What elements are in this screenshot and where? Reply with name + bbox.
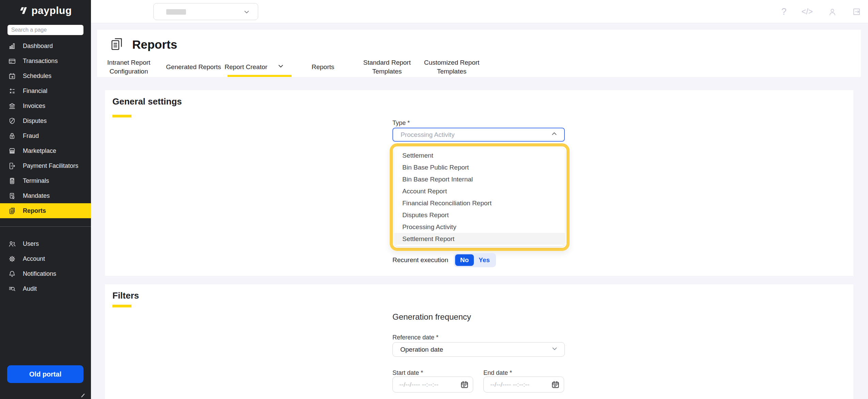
- merchant-select[interactable]: [153, 3, 258, 20]
- sidebar-item-users[interactable]: Users: [0, 236, 91, 251]
- option-settlement-report[interactable]: Settlement Report: [394, 233, 565, 245]
- sidebar-item-reports[interactable]: Reports: [0, 203, 91, 218]
- recurrent-execution-label: Recurent execution: [392, 256, 448, 264]
- type-dropdown-panel: Settlement Bin Base Public Report Bin Ba…: [394, 148, 565, 246]
- topbar: ? </>: [91, 0, 868, 23]
- sidebar-item-marketplace[interactable]: Marketplace: [0, 143, 91, 158]
- help-icon[interactable]: ?: [781, 6, 787, 17]
- chevron-down-icon: [551, 345, 558, 354]
- option-processing-activity[interactable]: Processing Activity: [394, 221, 565, 233]
- page-title: Reports: [132, 38, 177, 51]
- end-date-input[interactable]: [483, 377, 564, 393]
- schedules-icon: [8, 72, 16, 80]
- financial-icon: [8, 87, 16, 95]
- active-tab-underline: [228, 75, 292, 77]
- payplug-logo-icon: [19, 6, 28, 15]
- sidebar-item-fraud[interactable]: Fraud: [0, 128, 91, 143]
- sidebar-nav-secondary: Users Account Notifications Audit: [0, 236, 91, 296]
- sidebar-nav-main: Dashboard Transactions Schedules Financi…: [0, 38, 91, 218]
- type-label: Type *: [392, 119, 410, 127]
- toggle-no-button[interactable]: No: [455, 254, 474, 266]
- reference-date-select[interactable]: Operation date: [392, 342, 565, 357]
- terminals-icon: [8, 177, 16, 185]
- sidebar-item-transactions[interactable]: Transactions: [0, 53, 91, 68]
- start-date-field: [392, 377, 473, 393]
- payment-facilitators-icon: [8, 162, 16, 170]
- general-settings-card: General settings Type * Processing Activ…: [105, 90, 853, 276]
- sidebar-item-mandates[interactable]: Mandates: [0, 188, 91, 203]
- marketplace-icon: [8, 147, 16, 155]
- tab-report-creator[interactable]: Report Creator: [224, 58, 284, 77]
- sidebar-item-payment-facilitators[interactable]: Payment Facilitators: [0, 158, 91, 173]
- sidebar-item-account[interactable]: Account: [0, 251, 91, 266]
- option-bin-base-public-report[interactable]: Bin Base Public Report: [394, 161, 565, 173]
- collapse-sidebar-icon[interactable]: [79, 392, 88, 399]
- option-disputes-report[interactable]: Disputes Report: [394, 209, 565, 221]
- heading-accent-bar: [112, 305, 131, 307]
- end-date-field: [483, 377, 564, 393]
- mandates-icon: [8, 192, 16, 200]
- recurrent-execution-toggle: No Yes: [454, 253, 496, 267]
- merchant-name-redacted: [166, 9, 186, 15]
- toggle-yes-button[interactable]: Yes: [474, 254, 495, 266]
- sidebar-item-invoices[interactable]: Invoices: [0, 98, 91, 113]
- start-date-label: Start date *: [392, 369, 423, 377]
- topbar-icons: ? </>: [781, 0, 861, 23]
- payplug-logo: payplug: [0, 5, 91, 16]
- tab-reports[interactable]: Reports: [303, 58, 343, 77]
- option-bin-base-report-internal[interactable]: Bin Base Report Internal: [394, 173, 565, 185]
- chevron-down-icon: [243, 8, 250, 17]
- gear-icon: [8, 255, 16, 263]
- app-window: payplug Dashboard Transactions Schedules…: [0, 0, 868, 399]
- sidebar-item-financial[interactable]: Financial: [0, 83, 91, 98]
- end-date-label: End date *: [483, 369, 512, 377]
- sidebar-item-disputes[interactable]: Disputes: [0, 113, 91, 128]
- option-financial-reconciliation-report[interactable]: Financial Reconciliation Report: [394, 197, 565, 209]
- tab-standard-report-templates[interactable]: Standard Report Templates: [357, 58, 417, 77]
- tab-generated-reports[interactable]: Generated Reports: [158, 58, 229, 77]
- type-dropdown: Settlement Bin Base Public Report Bin Ba…: [390, 143, 570, 251]
- fraud-icon: [8, 132, 16, 140]
- sidebar-item-notifications[interactable]: Notifications: [0, 266, 91, 281]
- transactions-icon: [8, 57, 16, 65]
- old-portal-button[interactable]: Old portal: [7, 365, 83, 383]
- option-settlement[interactable]: Settlement: [394, 149, 565, 161]
- option-account-report[interactable]: Account Report: [394, 185, 565, 197]
- dashboard-icon: [8, 42, 16, 50]
- general-settings-heading: General settings: [112, 96, 182, 107]
- users-icon: [8, 240, 16, 248]
- main-content: Reports Intranet Report Configuration Ge…: [91, 23, 868, 399]
- disputes-icon: [8, 117, 16, 125]
- start-date-input[interactable]: [392, 377, 473, 393]
- heading-accent-bar: [112, 115, 131, 117]
- sidebar-item-dashboard[interactable]: Dashboard: [0, 38, 91, 53]
- reference-date-label: Reference date *: [392, 334, 438, 341]
- sidebar-item-terminals[interactable]: Terminals: [0, 173, 91, 188]
- recurrent-execution-row: Recurent execution No Yes: [392, 253, 496, 267]
- filters-heading: Filters: [112, 290, 139, 301]
- page-header: Reports Intranet Report Configuration Ge…: [97, 30, 861, 77]
- tab-customized-report-templates[interactable]: Customized Report Templates: [419, 58, 485, 77]
- reports-icon: [8, 207, 16, 215]
- profile-icon[interactable]: [828, 7, 837, 16]
- search-input[interactable]: [7, 25, 83, 35]
- code-icon[interactable]: </>: [802, 7, 813, 16]
- reports-page-icon: [109, 36, 125, 53]
- bell-icon: [8, 270, 16, 278]
- payplug-logo-text: payplug: [31, 5, 72, 16]
- chevron-up-icon: [551, 130, 558, 139]
- sidebar: payplug Dashboard Transactions Schedules…: [0, 0, 91, 399]
- chevron-down-icon: [277, 62, 284, 72]
- filters-card: Filters Generation frequency Reference d…: [105, 284, 853, 399]
- sidebar-item-schedules[interactable]: Schedules: [0, 68, 91, 83]
- tab-intranet-report-configuration[interactable]: Intranet Report Configuration: [100, 58, 158, 77]
- generation-frequency-subheading: Generation frequency: [392, 312, 471, 322]
- audit-icon: [8, 285, 16, 293]
- invoices-icon: [8, 102, 16, 110]
- logout-icon[interactable]: [852, 7, 861, 16]
- type-select[interactable]: Processing Activity: [392, 128, 565, 142]
- sidebar-item-audit[interactable]: Audit: [0, 281, 91, 296]
- sidebar-divider: [0, 226, 91, 227]
